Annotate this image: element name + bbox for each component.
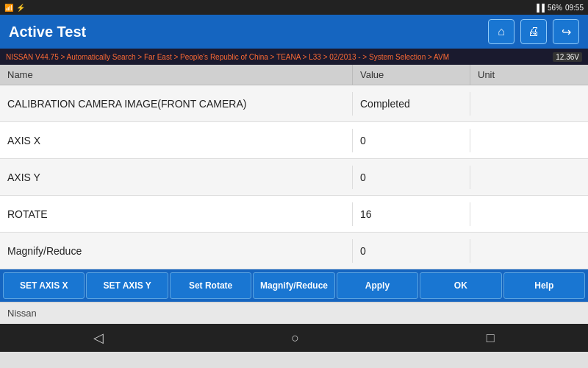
- bt-icon: ⚡: [16, 4, 25, 12]
- row-value-1: 0: [353, 129, 470, 152]
- table-row: CALIBRATION CAMERA IMAGE(FRONT CAMERA) C…: [0, 85, 588, 122]
- magnify-reduce-button[interactable]: Magnify/Reduce: [253, 272, 334, 299]
- breadcrumb-text: NISSAN V44.75 > Automatically Search > F…: [6, 53, 449, 61]
- help-button[interactable]: Help: [503, 272, 585, 299]
- row-value-4: 0: [353, 239, 470, 263]
- row-unit-4: [470, 245, 588, 257]
- ok-button[interactable]: OK: [420, 272, 501, 299]
- col-header-unit: Unit: [470, 65, 588, 85]
- table-header: Name Value Unit: [0, 65, 588, 85]
- table-row: Magnify/Reduce 0: [0, 233, 588, 269]
- status-bar-right: ▐▐ 56% 09:55: [534, 4, 584, 12]
- status-bar: 📶 ⚡ ▐▐ 56% 09:55: [0, 0, 588, 15]
- page-title: Active Test: [9, 24, 86, 40]
- wifi-icon: 📶: [4, 4, 13, 12]
- row-value-3: 16: [353, 202, 470, 226]
- col-header-value: Value: [353, 65, 470, 85]
- data-table: Name Value Unit CALIBRATION CAMERA IMAGE…: [0, 65, 588, 269]
- brand-text: Nissan: [7, 308, 37, 319]
- row-unit-3: [470, 208, 588, 220]
- row-value-0: Completed: [353, 92, 470, 116]
- action-buttons-bar: SET AXIS X SET AXIS Y Set Rotate Magnify…: [0, 269, 588, 302]
- home-icon: ⌂: [498, 25, 505, 38]
- table-row: AXIS Y 0: [0, 159, 588, 196]
- row-unit-1: [470, 135, 588, 146]
- row-unit-0: [470, 98, 588, 110]
- exit-icon: ↪: [562, 25, 571, 39]
- print-button[interactable]: 🖨: [520, 19, 547, 44]
- table-row: ROTATE 16: [0, 196, 588, 233]
- row-name-2: AXIS Y: [0, 166, 353, 189]
- set-axis-y-button[interactable]: SET AXIS Y: [86, 272, 168, 299]
- header-icons: ⌂ 🖨 ↪: [488, 19, 579, 44]
- print-icon: 🖨: [528, 25, 539, 38]
- voltage-display: 12.36V: [553, 52, 582, 62]
- row-unit-2: [470, 171, 588, 183]
- row-name-4: Magnify/Reduce: [0, 239, 353, 263]
- set-rotate-button[interactable]: Set Rotate: [170, 272, 251, 299]
- nav-back-button[interactable]: ◁: [93, 330, 104, 346]
- row-name-0: CALIBRATION CAMERA IMAGE(FRONT CAMERA): [0, 92, 353, 116]
- header: Active Test ⌂ 🖨 ↪: [0, 15, 588, 49]
- nav-home-button[interactable]: ○: [291, 330, 299, 346]
- exit-button[interactable]: ↪: [553, 19, 579, 44]
- nav-bar: ◁ ○ □: [0, 324, 588, 352]
- nav-recent-button[interactable]: □: [487, 330, 495, 346]
- table-row: AXIS X 0: [0, 122, 588, 159]
- apply-button[interactable]: Apply: [337, 272, 418, 299]
- battery-text: 56%: [548, 4, 562, 12]
- footer: Nissan: [0, 302, 588, 324]
- row-value-2: 0: [353, 166, 470, 189]
- breadcrumb: NISSAN V44.75 > Automatically Search > F…: [0, 49, 588, 65]
- col-header-name: Name: [0, 65, 353, 85]
- home-button[interactable]: ⌂: [488, 19, 514, 44]
- time-text: 09:55: [565, 4, 584, 12]
- set-axis-x-button[interactable]: SET AXIS X: [3, 272, 85, 299]
- signal-icon: ▐▐: [534, 4, 545, 12]
- row-name-3: ROTATE: [0, 202, 353, 226]
- row-name-1: AXIS X: [0, 129, 353, 152]
- status-bar-left: 📶 ⚡: [4, 4, 25, 12]
